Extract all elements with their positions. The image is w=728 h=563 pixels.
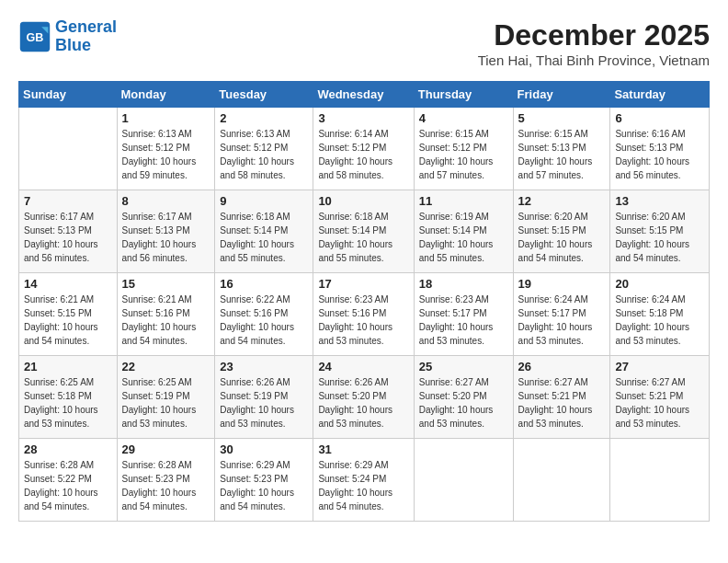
- day-number: 21: [24, 360, 112, 373]
- day-info: Sunrise: 6:18 AM Sunset: 5:14 PM Dayligh…: [318, 210, 408, 265]
- day-info: Sunrise: 6:28 AM Sunset: 5:23 PM Dayligh…: [122, 458, 210, 513]
- calendar-cell: 10Sunrise: 6:18 AM Sunset: 5:14 PM Dayli…: [313, 190, 414, 273]
- weekday-header-friday: Friday: [513, 82, 610, 108]
- calendar-cell: 15Sunrise: 6:21 AM Sunset: 5:16 PM Dayli…: [117, 273, 215, 356]
- day-info: Sunrise: 6:15 AM Sunset: 5:13 PM Dayligh…: [518, 127, 606, 182]
- day-info: Sunrise: 6:23 AM Sunset: 5:16 PM Dayligh…: [318, 293, 408, 348]
- day-info: Sunrise: 6:24 AM Sunset: 5:18 PM Dayligh…: [615, 293, 704, 348]
- day-number: 17: [318, 277, 408, 291]
- calendar-cell: 13Sunrise: 6:20 AM Sunset: 5:15 PM Dayli…: [610, 190, 710, 273]
- weekday-header-wednesday: Wednesday: [313, 82, 414, 108]
- day-number: 26: [518, 360, 606, 373]
- day-info: Sunrise: 6:28 AM Sunset: 5:22 PM Dayligh…: [24, 458, 112, 513]
- day-info: Sunrise: 6:16 AM Sunset: 5:13 PM Dayligh…: [615, 127, 704, 182]
- day-info: Sunrise: 6:17 AM Sunset: 5:13 PM Dayligh…: [122, 210, 210, 265]
- calendar-cell: 19Sunrise: 6:24 AM Sunset: 5:17 PM Dayli…: [513, 273, 610, 356]
- day-number: 7: [24, 194, 112, 208]
- calendar-cell: 30Sunrise: 6:29 AM Sunset: 5:23 PM Dayli…: [215, 439, 313, 522]
- calendar-cell: 11Sunrise: 6:19 AM Sunset: 5:14 PM Dayli…: [414, 190, 513, 273]
- calendar-cell: 24Sunrise: 6:26 AM Sunset: 5:20 PM Dayli…: [313, 356, 414, 439]
- day-number: 6: [615, 111, 704, 125]
- day-info: Sunrise: 6:27 AM Sunset: 5:20 PM Dayligh…: [419, 375, 508, 431]
- day-info: Sunrise: 6:21 AM Sunset: 5:15 PM Dayligh…: [24, 293, 112, 348]
- day-info: Sunrise: 6:22 AM Sunset: 5:16 PM Dayligh…: [220, 293, 308, 348]
- day-info: Sunrise: 6:20 AM Sunset: 5:15 PM Dayligh…: [518, 210, 606, 265]
- day-info: Sunrise: 6:27 AM Sunset: 5:21 PM Dayligh…: [615, 375, 704, 431]
- day-info: Sunrise: 6:26 AM Sunset: 5:19 PM Dayligh…: [220, 375, 308, 431]
- calendar-cell: [414, 439, 513, 522]
- day-number: 4: [419, 111, 508, 125]
- calendar-cell: 4Sunrise: 6:15 AM Sunset: 5:12 PM Daylig…: [414, 108, 513, 190]
- calendar-table: SundayMondayTuesdayWednesdayThursdayFrid…: [18, 81, 710, 522]
- day-number: 30: [220, 442, 308, 456]
- day-number: 22: [122, 360, 210, 373]
- calendar-cell: 28Sunrise: 6:28 AM Sunset: 5:22 PM Dayli…: [19, 439, 118, 522]
- day-info: Sunrise: 6:23 AM Sunset: 5:17 PM Dayligh…: [419, 293, 508, 348]
- day-info: Sunrise: 6:14 AM Sunset: 5:12 PM Dayligh…: [318, 127, 408, 182]
- day-number: 8: [122, 194, 210, 208]
- logo-icon: GB: [18, 20, 51, 53]
- day-number: 19: [518, 277, 606, 291]
- title-block: December 2025 Tien Hai, Thai Binh Provin…: [478, 18, 710, 68]
- day-number: 11: [419, 194, 508, 208]
- day-number: 18: [419, 277, 508, 291]
- day-number: 25: [419, 360, 508, 373]
- calendar-cell: 27Sunrise: 6:27 AM Sunset: 5:21 PM Dayli…: [610, 356, 710, 439]
- weekday-header-thursday: Thursday: [414, 82, 513, 108]
- calendar-cell: 1Sunrise: 6:13 AM Sunset: 5:12 PM Daylig…: [117, 108, 215, 190]
- svg-text:GB: GB: [27, 30, 44, 43]
- calendar-cell: 5Sunrise: 6:15 AM Sunset: 5:13 PM Daylig…: [513, 108, 610, 190]
- calendar-cell: 18Sunrise: 6:23 AM Sunset: 5:17 PM Dayli…: [414, 273, 513, 356]
- day-number: 16: [220, 277, 308, 291]
- calendar-cell: 8Sunrise: 6:17 AM Sunset: 5:13 PM Daylig…: [117, 190, 215, 273]
- day-info: Sunrise: 6:29 AM Sunset: 5:23 PM Dayligh…: [220, 458, 308, 513]
- day-number: 14: [24, 277, 112, 291]
- day-number: 27: [615, 360, 704, 373]
- weekday-header-sunday: Sunday: [19, 82, 118, 108]
- calendar-cell: 25Sunrise: 6:27 AM Sunset: 5:20 PM Dayli…: [414, 356, 513, 439]
- logo-text: General Blue: [55, 18, 117, 55]
- location-title: Tien Hai, Thai Binh Province, Vietnam: [478, 52, 710, 68]
- day-info: Sunrise: 6:19 AM Sunset: 5:14 PM Dayligh…: [419, 210, 508, 265]
- calendar-cell: 17Sunrise: 6:23 AM Sunset: 5:16 PM Dayli…: [313, 273, 414, 356]
- calendar-cell: 7Sunrise: 6:17 AM Sunset: 5:13 PM Daylig…: [19, 190, 118, 273]
- day-number: 2: [220, 111, 308, 125]
- day-number: 1: [122, 111, 210, 125]
- day-number: 3: [318, 111, 408, 125]
- calendar-cell: 29Sunrise: 6:28 AM Sunset: 5:23 PM Dayli…: [117, 439, 215, 522]
- day-info: Sunrise: 6:24 AM Sunset: 5:17 PM Dayligh…: [518, 293, 606, 348]
- calendar-cell: 20Sunrise: 6:24 AM Sunset: 5:18 PM Dayli…: [610, 273, 710, 356]
- day-number: 12: [518, 194, 606, 208]
- day-number: 20: [615, 277, 704, 291]
- calendar-cell: 14Sunrise: 6:21 AM Sunset: 5:15 PM Dayli…: [19, 273, 118, 356]
- calendar-cell: 12Sunrise: 6:20 AM Sunset: 5:15 PM Dayli…: [513, 190, 610, 273]
- calendar-cell: [513, 439, 610, 522]
- day-number: 24: [318, 360, 408, 373]
- day-info: Sunrise: 6:27 AM Sunset: 5:21 PM Dayligh…: [518, 375, 606, 431]
- calendar-cell: 9Sunrise: 6:18 AM Sunset: 5:14 PM Daylig…: [215, 190, 313, 273]
- calendar-cell: 26Sunrise: 6:27 AM Sunset: 5:21 PM Dayli…: [513, 356, 610, 439]
- day-info: Sunrise: 6:13 AM Sunset: 5:12 PM Dayligh…: [122, 127, 210, 182]
- day-number: 28: [24, 442, 112, 456]
- day-info: Sunrise: 6:20 AM Sunset: 5:15 PM Dayligh…: [615, 210, 704, 265]
- day-number: 10: [318, 194, 408, 208]
- calendar-cell: 22Sunrise: 6:25 AM Sunset: 5:19 PM Dayli…: [117, 356, 215, 439]
- calendar-cell: [19, 108, 118, 190]
- day-info: Sunrise: 6:13 AM Sunset: 5:12 PM Dayligh…: [220, 127, 308, 182]
- day-number: 23: [220, 360, 308, 373]
- day-number: 5: [518, 111, 606, 125]
- logo: GB General Blue: [18, 18, 117, 55]
- calendar-cell: 3Sunrise: 6:14 AM Sunset: 5:12 PM Daylig…: [313, 108, 414, 190]
- day-number: 9: [220, 194, 308, 208]
- calendar-cell: 6Sunrise: 6:16 AM Sunset: 5:13 PM Daylig…: [610, 108, 710, 190]
- day-info: Sunrise: 6:17 AM Sunset: 5:13 PM Dayligh…: [24, 210, 112, 265]
- day-number: 29: [122, 442, 210, 456]
- day-info: Sunrise: 6:25 AM Sunset: 5:18 PM Dayligh…: [24, 375, 112, 431]
- calendar-cell: 21Sunrise: 6:25 AM Sunset: 5:18 PM Dayli…: [19, 356, 118, 439]
- day-info: Sunrise: 6:21 AM Sunset: 5:16 PM Dayligh…: [122, 293, 210, 348]
- calendar-cell: 16Sunrise: 6:22 AM Sunset: 5:16 PM Dayli…: [215, 273, 313, 356]
- day-number: 31: [318, 442, 408, 456]
- day-info: Sunrise: 6:26 AM Sunset: 5:20 PM Dayligh…: [318, 375, 408, 431]
- day-info: Sunrise: 6:25 AM Sunset: 5:19 PM Dayligh…: [122, 375, 210, 431]
- day-info: Sunrise: 6:18 AM Sunset: 5:14 PM Dayligh…: [220, 210, 308, 265]
